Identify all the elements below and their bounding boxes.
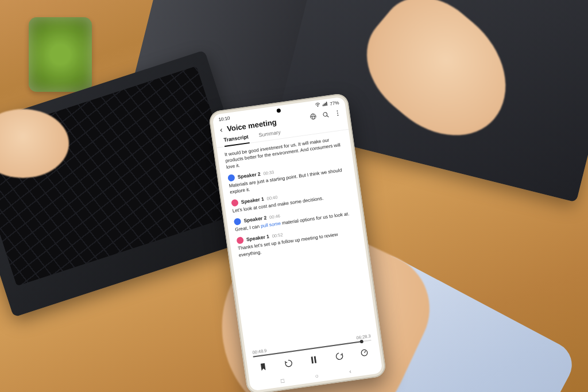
svg-rect-4 — [326, 102, 327, 106]
svg-line-7 — [311, 116, 316, 117]
svg-rect-2 — [324, 104, 325, 106]
entry-timestamp: 00:40 — [266, 195, 278, 201]
battery-text: 77% — [330, 100, 339, 106]
nav-recents[interactable]: □ — [280, 377, 285, 384]
avatar-icon — [234, 218, 242, 226]
pause-button[interactable] — [308, 354, 319, 366]
svg-rect-13 — [311, 356, 314, 363]
photo-background: 10:10 77% ‹ Voice meeting — [0, 0, 588, 392]
signal-icon — [322, 101, 328, 107]
glass-prop — [29, 17, 92, 92]
search-icon[interactable] — [322, 111, 330, 120]
svg-point-11 — [337, 112, 338, 114]
svg-point-0 — [318, 106, 319, 107]
svg-point-10 — [336, 110, 338, 111]
svg-rect-3 — [325, 103, 326, 106]
wifi-icon — [315, 102, 320, 108]
back-button[interactable]: ‹ — [219, 126, 223, 133]
avatar-icon — [231, 199, 239, 207]
rewind-button[interactable] — [283, 358, 294, 369]
forward-button[interactable] — [333, 351, 345, 362]
nav-home[interactable]: ○ — [315, 372, 319, 379]
svg-point-15 — [361, 350, 368, 356]
svg-rect-1 — [323, 104, 324, 106]
svg-point-8 — [323, 112, 327, 116]
seek-knob[interactable] — [360, 340, 364, 344]
transcript-list[interactable]: It would be good investment for us. It w… — [216, 130, 365, 264]
bookmark-button[interactable] — [257, 361, 269, 372]
entry-timestamp: 00:46 — [269, 214, 281, 220]
avatar-icon — [236, 236, 244, 244]
svg-line-9 — [327, 115, 328, 117]
entry-timestamp: 00:33 — [263, 169, 274, 176]
entry-timestamp: 00:52 — [272, 232, 283, 239]
svg-rect-14 — [314, 356, 316, 363]
speed-button[interactable] — [358, 347, 370, 358]
nav-back[interactable]: ‹ — [349, 368, 351, 374]
svg-point-12 — [337, 114, 338, 115]
avatar-icon — [227, 174, 235, 182]
status-time: 10:10 — [218, 115, 230, 122]
language-icon[interactable] — [310, 112, 318, 122]
more-icon[interactable] — [334, 109, 341, 118]
